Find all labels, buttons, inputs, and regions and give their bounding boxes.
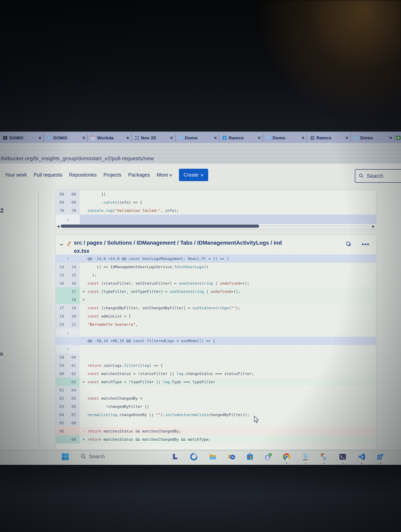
snipping-tool-icon[interactable] [320, 453, 328, 461]
tab-close-icon[interactable]: × [388, 135, 394, 141]
browser-tab[interactable]: Domo× [351, 132, 394, 144]
old-line-number: 16 [56, 279, 68, 287]
tab-label: DOMO [53, 135, 81, 140]
scroll-left-icon[interactable]: ◀ [57, 224, 59, 228]
browser-tab[interactable]: WWorkda× [88, 132, 131, 144]
nav-item-pull-requests[interactable]: Pull requests [34, 172, 62, 178]
browser-address-bar[interactable]: /bitbucket.org/bi_insights_group/domosta… [0, 143, 401, 164]
old-line-number [56, 296, 68, 304]
diff-row-expand[interactable]: ↓ [56, 329, 376, 337]
sync-circle-icon[interactable] [190, 453, 198, 461]
nav-item-projects[interactable]: Projects [103, 172, 121, 178]
expand-arrow-icon[interactable]: ↓ [56, 329, 80, 337]
tab-close-icon[interactable]: × [37, 135, 43, 141]
expand-arrow-icon[interactable] [56, 337, 80, 345]
code-text [88, 296, 376, 304]
code-text [88, 353, 376, 361]
create-button[interactable]: Create∨ [179, 169, 208, 181]
vscode-icon[interactable] [358, 453, 366, 461]
tab-label: Ramco [229, 135, 257, 140]
new-line-number: 65 [68, 394, 80, 402]
bitbucket-nav-bar: Your workPull requestsRepositoriesProjec… [0, 164, 401, 186]
new-line-number: 68 [68, 419, 80, 427]
diff-marker [80, 411, 88, 419]
scroll-right-icon[interactable]: ▶ [372, 224, 375, 228]
browser-tab[interactable]: DOMO× [0, 132, 44, 144]
start-icon[interactable] [61, 453, 70, 461]
nav-item-your-work[interactable]: Your work [5, 172, 27, 178]
expand-arrow-icon[interactable]: ↓ [56, 215, 80, 224]
diff-marker [80, 353, 88, 361]
diff-marker [80, 271, 88, 279]
new-line-number: 60 [68, 353, 80, 361]
more-options-icon[interactable]: ••• [362, 241, 369, 248]
code-text: () => IdManagementUserLogsService.fetchU… [88, 263, 376, 271]
diff-row-expand[interactable]: ↓ [56, 215, 376, 224]
diff-row-add: 18+ [56, 296, 376, 304]
code-text: .catch((info) => { [88, 198, 376, 206]
green-doc-favicon[interactable] [396, 135, 401, 140]
photo-background-bottom: hp [0, 465, 401, 532]
old-line-number: 18 [56, 312, 68, 320]
app-l-icon[interactable] [171, 453, 179, 461]
new-line-number: 64 [68, 386, 80, 394]
search-icon [81, 454, 86, 459]
tab-close-icon[interactable]: × [344, 135, 350, 141]
microsoft-store-icon[interactable] [246, 453, 254, 461]
nav-item-more[interactable]: More∨ [157, 172, 172, 178]
browser-tab[interactable]: Domo× [175, 132, 219, 144]
account-check-icon[interactable] [264, 453, 272, 461]
edge-folder-icon[interactable] [228, 453, 236, 461]
panel-divider [38, 191, 39, 446]
domo-blue-favicon [47, 135, 52, 140]
tab-label: Nov 25 [141, 135, 169, 140]
nav-item-packages[interactable]: Packages [128, 172, 150, 178]
domo-blue-favicon [178, 135, 183, 140]
browser-tab-strip: DOMO×DOMO×WWorkda×Nov 25×Domo×rRamco×Dom… [0, 131, 401, 144]
browser-tab[interactable]: Nov 25× [132, 132, 175, 144]
tab-close-icon[interactable]: × [81, 135, 87, 141]
browser-tab[interactable]: rRamco× [219, 132, 263, 144]
taskbar-search[interactable]: Search [81, 454, 105, 459]
terminal-icon[interactable] [339, 453, 347, 461]
tab-label: Domo [272, 135, 300, 140]
expand-row-body [80, 345, 376, 353]
tab-close-icon[interactable]: × [257, 135, 262, 141]
code-text: return userLogs.filter((log) => { [88, 361, 376, 369]
scrollbar-thumb[interactable] [61, 225, 259, 228]
tab-close-icon[interactable]: × [169, 135, 174, 141]
collapse-chevron-icon[interactable]: ⌄ [58, 241, 65, 246]
new-line-number: 18 [68, 296, 80, 304]
nav-item-repositories[interactable]: Repositories [69, 172, 97, 178]
new-line-number [68, 427, 80, 435]
expand-arrow-icon[interactable]: ↑ [56, 254, 80, 263]
old-line-number [56, 435, 68, 443]
old-line-number: 64 [56, 411, 68, 419]
hunk-header-text: @@ -14,6 +14,8 @@ const UserLogsManageme… [88, 254, 376, 263]
url-text[interactable]: /bitbucket.org/bi_insights_group/domosta… [0, 156, 154, 161]
horizontal-scrollbar[interactable]: ◀ ▶ [56, 224, 376, 229]
file-diff-header[interactable]: ⌄ src / pages / Solutions / IDManagement… [56, 235, 376, 254]
diff-row-context: 1414 () => IdManagementUserLogsService.f… [56, 263, 376, 271]
browser-tab[interactable]: Ramco× [307, 132, 350, 144]
expand-arrow-icon[interactable]: ↑ [56, 345, 80, 353]
notepad-icon[interactable] [302, 453, 310, 461]
tab-close-icon[interactable]: × [213, 135, 218, 141]
diff-row-expand[interactable]: ↑ [56, 345, 376, 353]
old-line-number [56, 287, 68, 296]
global-search-input[interactable]: Search [355, 169, 401, 183]
file-path[interactable]: src / pages / Solutions / IDManagement /… [74, 239, 343, 255]
domo-blue-favicon [354, 135, 358, 140]
browser-tab[interactable]: Domo× [263, 132, 307, 144]
copy-icon[interactable] [346, 241, 351, 247]
outlook-icon[interactable] [377, 453, 385, 461]
file-explorer-icon[interactable] [209, 453, 217, 461]
old-line-number: 63 [56, 402, 68, 411]
tab-close-icon[interactable]: × [125, 135, 130, 141]
diff-row-add: 17+ const [typeFilter, setTypeFilter] = … [56, 287, 376, 296]
chrome-icon[interactable] [283, 453, 291, 461]
diff-row-context: 5860 [56, 353, 376, 361]
tab-close-icon[interactable]: × [300, 135, 306, 141]
page-content: 2 s 6868 })6969 .catch((info) => {7070 c… [0, 186, 401, 450]
browser-tab[interactable]: DOMO× [44, 132, 87, 144]
